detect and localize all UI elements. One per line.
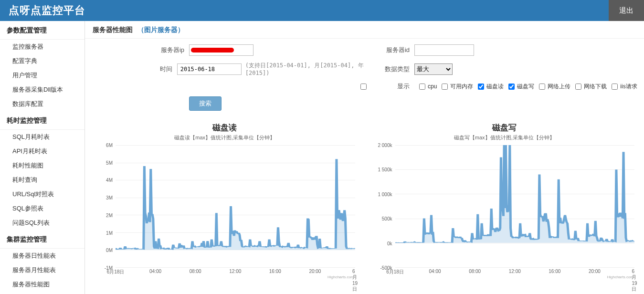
sidebar-item-server-perf-chart[interactable]: 服务器性能图 (0, 277, 84, 292)
redacted-ip (191, 48, 234, 52)
sidebar-item-config-dict[interactable]: 配置字典 (0, 54, 84, 68)
content: 服务器性能图 （图片服务器） 服务器ip 服务器id (85, 21, 644, 294)
label-datatype: 数据类型 (367, 65, 414, 74)
sidebar-item-latency-query[interactable]: 耗时查询 (0, 173, 84, 187)
sidebar-item-sql-month[interactable]: SQL月耗时表 (0, 130, 84, 144)
sidebar-item-db-config[interactable]: 数据库配置 (0, 97, 84, 111)
label-server-ip: 服务器ip (103, 46, 189, 54)
sidebar-item-url-sql-map[interactable]: URL/Sql对照表 (0, 187, 84, 201)
chart2-title: 磁盘写 (372, 122, 637, 133)
app-title: 点呀点监控平台 (9, 3, 85, 18)
breadcrumb-title: 服务器性能图 (93, 26, 133, 33)
filter-form: 服务器ip 服务器id 时间 (支持日[2015-04-01], 月[2015-… (85, 39, 644, 119)
chart2-body[interactable]: -500k0k500k1 000k1 500k2 000k 6月18日04:00… (372, 145, 637, 276)
checkbox-diskwrite[interactable] (508, 84, 515, 90)
datatype-select[interactable]: 最大 (414, 63, 453, 75)
breadcrumb: 服务器性能图 （图片服务器） (85, 21, 644, 39)
chart1-title: 磁盘读 (93, 122, 357, 133)
chart1-subtitle: 磁盘读【max】值统计图,采集单位【分钟】 (93, 134, 357, 141)
server-id-input[interactable] (414, 44, 474, 56)
charts-container: 磁盘读 磁盘读【max】值统计图,采集单位【分钟】 -1M0M1M2M3M4M5… (85, 119, 644, 276)
breadcrumb-sub: （图片服务器） (137, 26, 184, 33)
logout-button[interactable]: 退出 (609, 0, 644, 21)
cblabel-iis: iis请求 (620, 83, 637, 91)
sidebar-item-server-monitor-info[interactable]: 服务器监控信息 (0, 292, 84, 294)
chart2-credit: Highcharts.com (607, 275, 633, 279)
sidebar-item-dll-version[interactable]: 服务器采集Dll版本 (0, 83, 84, 97)
cblabel-netup: 网络上传 (548, 83, 570, 91)
topbar: 点呀点监控平台 退出 (0, 0, 644, 21)
chart1-credit: Highcharts.com (327, 275, 354, 279)
sidebar-header-cluster: 集群监控管理 (0, 230, 84, 249)
label-server-id: 服务器id (367, 46, 414, 54)
sidebar-item-sql-ref[interactable]: SQL参照表 (0, 201, 84, 216)
cblabel-diskread: 磁盘读 (486, 83, 504, 91)
sidebar-item-server-monthly[interactable]: 服务器月性能表 (0, 263, 84, 277)
sidebar-item-api-month[interactable]: API月耗时表 (0, 144, 84, 158)
chart-disk-read: 磁盘读 磁盘读【max】值统计图,采集单位【分钟】 -1M0M1M2M3M4M5… (93, 122, 357, 276)
chart-disk-write: 磁盘写 磁盘写【max】值统计图,采集单位【分钟】 -500k0k500k1 0… (372, 122, 637, 276)
chart1-body[interactable]: -1M0M1M2M3M4M5M6M 6月18日04:0008:0012:0016… (93, 145, 357, 276)
checkbox-unknown[interactable] (360, 84, 367, 90)
sidebar-item-server-daily[interactable]: 服务器日性能表 (0, 249, 84, 263)
search-button[interactable]: 搜索 (189, 96, 222, 111)
checkbox-iis[interactable] (612, 84, 618, 90)
cblabel-cpu: cpu (428, 83, 437, 90)
checkbox-netdown[interactable] (575, 84, 581, 90)
checkbox-netup[interactable] (539, 84, 545, 90)
checkbox-mem[interactable] (442, 84, 448, 90)
label-display: 显示 (367, 82, 414, 91)
sidebar-header-params: 参数配置管理 (0, 21, 84, 40)
cblabel-diskwrite: 磁盘写 (517, 83, 534, 91)
checkbox-diskread[interactable] (478, 84, 484, 90)
label-time: 时间 (103, 65, 177, 74)
time-input[interactable] (177, 63, 242, 75)
sidebar-item-problem-sql[interactable]: 问题SQL列表 (0, 216, 84, 230)
sidebar-item-monitor-server[interactable]: 监控服务器 (0, 40, 84, 54)
time-hint: (支持日[2015-04-01], 月[2015-04], 年[2015]) (245, 62, 367, 76)
sidebar-item-latency-chart[interactable]: 耗时性能图 (0, 158, 84, 173)
cblabel-mem: 可用内存 (450, 83, 473, 91)
cblabel-netdown: 网络下载 (584, 83, 607, 91)
sidebar: 参数配置管理 监控服务器 配置字典 用户管理 服务器采集Dll版本 数据库配置 … (0, 21, 85, 294)
sidebar-item-user-mgmt[interactable]: 用户管理 (0, 68, 84, 83)
sidebar-header-latency: 耗时监控管理 (0, 111, 84, 130)
chart2-subtitle: 磁盘写【max】值统计图,采集单位【分钟】 (372, 134, 637, 141)
checkbox-cpu[interactable] (419, 84, 425, 90)
